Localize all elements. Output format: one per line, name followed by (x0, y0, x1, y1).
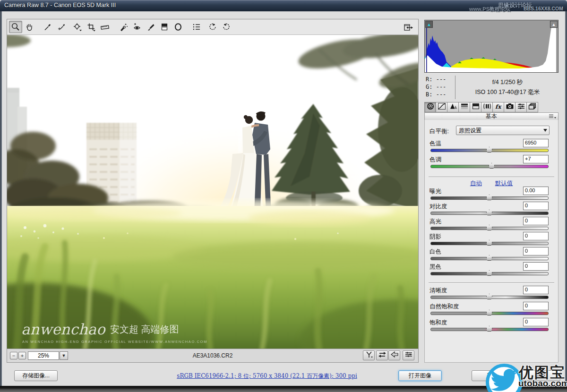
blacks-value-input[interactable]: 0 (523, 262, 549, 271)
slider-row-blacks: 黑色 0 (429, 263, 555, 277)
open-image-button[interactable]: 打开图像 (398, 370, 442, 381)
slider-thumb[interactable] (486, 240, 492, 246)
slider-thumb[interactable] (486, 255, 492, 261)
preview-preferences-button[interactable] (403, 350, 414, 360)
slider-label: 饱和度 (430, 319, 447, 327)
tab-tone-curve[interactable] (436, 102, 447, 112)
slider-label: 白色 (430, 248, 441, 256)
whites-slider-track[interactable] (430, 257, 549, 260)
save-image-button[interactable]: 存储图像... (14, 370, 58, 381)
slider-thumb[interactable] (486, 210, 492, 215)
radial-filter-tool-button[interactable] (172, 21, 185, 33)
straighten-tool-button[interactable] (98, 21, 112, 33)
swap-settings-button[interactable] (376, 350, 388, 360)
white-balance-select[interactable]: 原照设置 (456, 126, 550, 135)
slider-row-exposure: 曝光 0.00 (429, 187, 555, 202)
tab-hsl-grayscale[interactable] (458, 102, 470, 112)
slider-thumb[interactable] (486, 195, 492, 200)
lens-icon (483, 102, 491, 112)
r-value: R: --- (426, 76, 454, 83)
highlight-clipping-warning-button[interactable]: ▲ (550, 21, 558, 28)
copy-settings-button[interactable] (388, 350, 400, 360)
image-canvas[interactable]: anwenchao 安文超 高端修图 AN WENCHAO HIGH-END G… (7, 35, 418, 349)
swap-arrows-icon (378, 351, 387, 360)
blacks-slider-track[interactable] (430, 272, 549, 275)
preview-mode-button[interactable] (363, 350, 375, 360)
clarity-slider-track[interactable] (430, 296, 549, 299)
saturation-slider-track[interactable] (430, 328, 549, 331)
tab-presets[interactable] (515, 102, 527, 112)
tab-camera-calibration[interactable] (504, 102, 515, 112)
status-bar: − + 25% ▼ AE3A1036.CR2 (7, 349, 418, 362)
presets-icon (517, 102, 525, 112)
color-sampler-icon (57, 22, 66, 32)
crop-tool-button[interactable] (85, 21, 98, 33)
graduated-filter-icon (160, 22, 169, 32)
contrast-value-input[interactable]: 0 (523, 202, 549, 210)
tab-snapshots[interactable] (526, 102, 538, 112)
color-sampler-tool-button[interactable] (55, 21, 68, 33)
vibrance-slider-track[interactable] (430, 312, 549, 315)
preferences-button[interactable] (190, 21, 203, 33)
panel-menu-button[interactable] (549, 114, 556, 119)
shadow-clipping-warning-button[interactable]: ▲ (425, 21, 433, 28)
b-value: B: --- (426, 91, 454, 98)
saturation-value-input[interactable]: 0 (523, 318, 549, 326)
svg-text:fx: fx (495, 103, 502, 110)
fx-icon: fx (494, 102, 503, 112)
tab-lens-corrections[interactable] (481, 102, 493, 112)
tab-detail[interactable] (447, 102, 459, 112)
adjustment-brush-tool-button[interactable] (144, 21, 157, 33)
whites-value-input[interactable]: 0 (523, 247, 549, 256)
toggle-fullscreen-button[interactable] (402, 21, 415, 34)
chevron-down-icon (543, 129, 547, 132)
adjustments-panel: ▲ ▲ R: --- G: --- B: --- f/4 1/250 秒 ISO… (423, 19, 561, 363)
slider-thumb[interactable] (486, 225, 492, 230)
radial-filter-icon (173, 22, 183, 32)
separator (429, 177, 554, 177)
tab-split-toning[interactable] (470, 102, 481, 112)
slider-thumb[interactable] (486, 326, 492, 332)
contrast-slider-track[interactable] (430, 212, 549, 215)
rotate-left-button[interactable] (206, 21, 219, 33)
title-bar: Camera Raw 8.7 - Canon EOS 5D Mark III 思… (0, 0, 567, 11)
photo-watermark-script: anwenchao (21, 321, 106, 338)
slider-label: 阴影 (430, 233, 441, 241)
highlights-value-input[interactable]: 0 (523, 217, 549, 225)
exposure-slider-track[interactable] (430, 196, 549, 200)
tint-value-input[interactable]: +7 (523, 155, 549, 163)
slider-thumb[interactable] (486, 310, 492, 315)
spot-removal-tool-button[interactable] (117, 21, 130, 33)
aperture-icon (426, 102, 435, 112)
temperature-slider-track[interactable] (430, 149, 549, 152)
hand-icon (25, 22, 34, 32)
filename-label: AE3A1036.CR2 (7, 352, 418, 359)
graduated-filter-tool-button[interactable] (158, 21, 171, 33)
slider-thumb[interactable] (486, 270, 492, 276)
zoom-tool-button[interactable] (9, 21, 22, 33)
shadows-slider-track[interactable] (430, 242, 549, 245)
exposure-value-input[interactable]: 0.00 (523, 187, 549, 195)
default-link[interactable]: 默认值 (495, 180, 513, 187)
targeted-adjustment-tool-button[interactable] (71, 21, 84, 33)
slider-thumb[interactable] (489, 163, 495, 169)
auto-link[interactable]: 自动 (470, 180, 482, 187)
workflow-options-link[interactable]: sRGB IEC61966-2.1; 8 位; 5760 x 3840 (22.… (118, 372, 416, 380)
slider-thumb[interactable] (486, 294, 492, 299)
red-eye-removal-tool-button[interactable] (130, 21, 144, 33)
rotate-right-button[interactable] (220, 21, 233, 33)
slider-thumb[interactable] (486, 147, 492, 153)
shadows-value-input[interactable]: 0 (523, 232, 549, 240)
hand-tool-button[interactable] (23, 21, 36, 33)
tab-basic[interactable] (424, 102, 436, 112)
vibrance-value-input[interactable]: 0 (523, 302, 549, 310)
tab-effects[interactable]: fx (492, 102, 504, 112)
histogram[interactable]: ▲ ▲ (424, 20, 558, 73)
separator (429, 282, 554, 283)
histogram-plot (425, 20, 558, 72)
temperature-value-input[interactable]: 6950 (523, 139, 549, 147)
highlights-slider-track[interactable] (430, 227, 549, 230)
clarity-value-input[interactable]: 0 (523, 286, 549, 294)
tint-slider-track[interactable] (430, 165, 549, 168)
white-balance-tool-button[interactable] (41, 21, 54, 33)
